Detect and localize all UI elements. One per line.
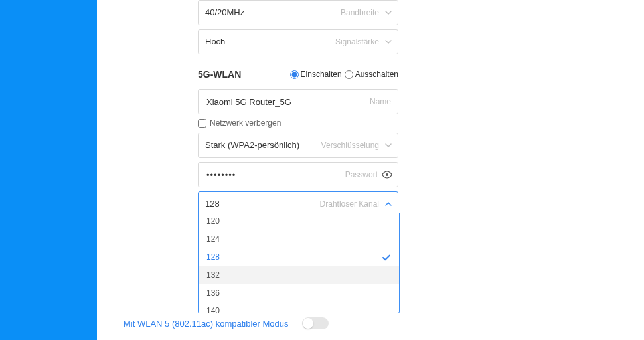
hide-network-checkbox[interactable] (198, 119, 206, 128)
chevron-down-icon (384, 38, 392, 46)
channel-option[interactable]: 140 (199, 302, 399, 313)
name-field[interactable]: Name (198, 89, 398, 114)
signal-value: Hoch (205, 37, 225, 46)
channel-option[interactable]: 120 (199, 212, 399, 230)
channel-option[interactable]: 128 (199, 248, 399, 266)
encryption-value: Stark (WPA2-persönlich) (205, 140, 299, 150)
radio-on[interactable]: Einschalten (290, 70, 342, 79)
bandwidth-value: 40/20MHz (205, 7, 244, 17)
eye-icon[interactable] (382, 171, 392, 179)
section-5g-title: 5G-WLAN (198, 69, 241, 80)
bandwidth-select[interactable]: 40/20MHz Bandbreite (198, 0, 398, 25)
signal-select[interactable]: Hoch Signalstärke (198, 29, 398, 54)
left-rail (0, 0, 97, 340)
svg-point-0 (386, 173, 388, 176)
encryption-select[interactable]: Stark (WPA2-persönlich) Verschlüsselung (198, 133, 398, 158)
encryption-label: Verschlüsselung (321, 133, 379, 157)
toggle-knob (303, 318, 313, 329)
compat-mode-toggle[interactable] (302, 317, 329, 329)
channel-dropdown[interactable]: 120124128132136140 (198, 212, 400, 313)
compat-mode-label: Mit WLAN 5 (802.11ac) kompatibler Modus (123, 319, 289, 329)
channel-option[interactable]: 132 (199, 266, 399, 284)
name-label: Name (370, 97, 391, 106)
password-label: Passwort (345, 170, 378, 179)
password-field[interactable]: Passwort (198, 162, 398, 187)
signal-label: Signalstärke (335, 30, 379, 54)
hide-network-label: Netzwerk verbergen (210, 118, 281, 128)
channel-option[interactable]: 124 (199, 230, 399, 248)
content-area: 40/20MHz Bandbreite Hoch Signalstärke 5G… (97, 0, 644, 340)
radio-on-input[interactable] (290, 70, 299, 79)
channel-value: 128 (205, 199, 220, 209)
radio-off-input[interactable] (345, 70, 353, 79)
bandwidth-label: Bandbreite (341, 1, 379, 25)
name-input[interactable] (205, 96, 391, 108)
radio-off[interactable]: Ausschalten (345, 70, 398, 79)
chevron-down-icon (384, 141, 392, 149)
divider (123, 335, 617, 335)
chevron-down-icon (384, 9, 392, 17)
chevron-up-icon (384, 200, 392, 208)
check-icon (382, 253, 391, 262)
channel-option[interactable]: 136 (199, 284, 399, 302)
wlan5g-radio-group: Einschalten Ausschalten (290, 70, 398, 79)
